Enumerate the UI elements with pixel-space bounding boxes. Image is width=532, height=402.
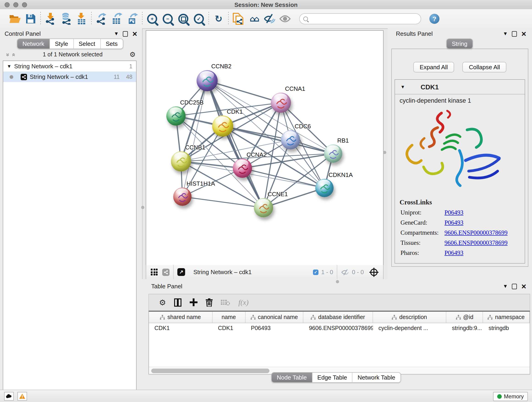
left-splitter-handle[interactable] <box>141 206 144 209</box>
tab-node-table[interactable]: Node Table <box>272 373 312 382</box>
open-session-button[interactable] <box>7 11 23 27</box>
import-network-database-button[interactable] <box>58 11 74 27</box>
network-share-icon[interactable] <box>162 268 170 276</box>
memory-button[interactable]: Memory <box>493 392 528 401</box>
network-node-CDK1[interactable] <box>212 115 233 137</box>
tab-network[interactable]: Network <box>17 39 50 49</box>
crosslink-label: Compartments: <box>400 229 444 236</box>
collection-expand-icon[interactable]: ▼ <box>7 64 12 69</box>
float-panel-icon[interactable] <box>512 283 517 289</box>
crosslink-link[interactable]: 9606.ENSP00000378699 <box>444 229 507 236</box>
table-cell[interactable]: CDK1 <box>149 325 212 332</box>
tab-select[interactable]: Select <box>74 39 101 49</box>
export-network-button[interactable] <box>94 11 109 27</box>
selected-checkbox-icon[interactable]: ✓ <box>313 269 318 275</box>
table-row[interactable]: CDK1CDK1P064939606.ENSP00000378699cyclin… <box>149 323 530 333</box>
tab-network-table[interactable]: Network Table <box>353 373 400 382</box>
delete-column-trash-icon[interactable] <box>206 298 213 306</box>
network-node-HIST1H1A[interactable] <box>173 187 191 206</box>
collapse-panel-icon[interactable]: ▼ <box>503 31 508 36</box>
gene-expand-icon[interactable]: ▼ <box>400 84 405 89</box>
network-node-CCNA1[interactable] <box>271 93 291 113</box>
close-panel-icon[interactable]: ✕ <box>521 31 526 37</box>
network-node-CCNB1[interactable] <box>171 151 191 172</box>
zoom-fit-button[interactable] <box>176 11 191 27</box>
cloud-status-button[interactable] <box>4 392 14 401</box>
crosslink-link[interactable]: 9606.ENSP00000378699 <box>444 239 507 247</box>
table-cell[interactable]: P06493 <box>245 325 303 332</box>
tab-edge-table[interactable]: Edge Table <box>312 373 353 382</box>
collapse-all-button[interactable]: Collapse All <box>462 62 507 72</box>
table-cell[interactable]: 9606.ENSP00000378699 <box>303 325 373 332</box>
network-options-gear-icon[interactable]: ⚙ <box>129 51 136 59</box>
apply-layout-button[interactable]: ↻ <box>211 11 226 27</box>
tab-style[interactable]: Style <box>50 39 74 49</box>
tab-string[interactable]: String <box>447 39 472 49</box>
float-panel-icon[interactable] <box>123 31 128 36</box>
network-view-canvas[interactable]: CCNB2 CCNA1 CDC25B CDK1 CDC6 RB1 CCNB1 C… <box>146 30 384 266</box>
close-panel-icon[interactable]: ✕ <box>132 31 138 37</box>
close-panel-icon[interactable]: ✕ <box>521 283 526 289</box>
collapse-all-networks-icon[interactable]: « <box>11 53 18 56</box>
table-cell[interactable]: CDK1 <box>212 325 245 332</box>
network-node-CCNB2[interactable] <box>196 70 218 91</box>
table-cell[interactable]: stringdb:9... <box>447 325 483 332</box>
create-column-plus-icon[interactable] <box>190 298 198 306</box>
column-header-name[interactable]: name <box>212 312 245 323</box>
show-all-button[interactable] <box>277 11 293 27</box>
protein-squiggle-icon <box>315 179 334 197</box>
import-table-icon <box>76 13 87 25</box>
column-header-database-identifier[interactable]: database identifier <box>303 312 373 323</box>
column-header-canonical-name[interactable]: canonical name <box>245 312 303 323</box>
warnings-button[interactable] <box>17 392 27 401</box>
hide-selected-button[interactable] <box>262 11 277 27</box>
network-node-CCNE1[interactable] <box>254 198 273 217</box>
tab-sets[interactable]: Sets <box>101 39 123 49</box>
zoom-out-button[interactable]: − <box>160 11 176 27</box>
expand-all-button[interactable]: Expand All <box>413 62 454 72</box>
export-table-button[interactable] <box>109 11 125 27</box>
navigator-crosshair-icon[interactable] <box>370 268 378 276</box>
column-header-namespace[interactable]: namespace <box>483 312 530 323</box>
zoom-in-button[interactable]: + <box>144 11 160 27</box>
import-network-icon <box>45 13 56 25</box>
search-input[interactable] <box>311 15 417 22</box>
right-splitter-handle[interactable] <box>383 151 386 154</box>
birdseye-grid-icon[interactable] <box>151 269 158 275</box>
show-columns-icon[interactable] <box>174 298 182 306</box>
column-header--id[interactable]: @id <box>447 312 483 323</box>
open-in-window-icon[interactable]: ↗ <box>177 268 185 276</box>
zoom-selected-button[interactable]: ✓ <box>191 11 207 27</box>
help-button[interactable]: ? <box>429 14 439 24</box>
network-node-CCNA2[interactable] <box>233 159 252 178</box>
export-image-button[interactable] <box>125 11 140 27</box>
protein-squiggle-icon <box>171 151 191 172</box>
network-row[interactable]: String Network – cdk1 11 48 <box>3 71 136 82</box>
crosslink-link[interactable]: P06493 <box>444 219 463 226</box>
network-collection-row[interactable]: ▼ String Network – cdk1 1 <box>3 61 136 71</box>
crosslink-link[interactable]: P06493 <box>444 249 463 257</box>
column-header-shared-name[interactable]: shared name <box>149 312 212 323</box>
network-node-CDC6[interactable] <box>281 130 300 149</box>
network-node-RB1[interactable] <box>324 144 342 163</box>
scrollbar-thumb[interactable] <box>151 368 269 373</box>
network-node-CDKN1A[interactable] <box>315 179 334 197</box>
duplicate-network-button[interactable] <box>230 11 246 27</box>
toolbar-separator <box>40 12 41 26</box>
collapse-panel-icon[interactable]: ▼ <box>503 284 508 289</box>
first-neighbors-button[interactable]: ⌂⌂ <box>246 11 262 27</box>
float-panel-icon[interactable] <box>512 31 517 36</box>
node-label-HIST1H1A: HIST1H1A <box>186 180 215 187</box>
table-cell[interactable]: cyclin-dependent ... <box>373 325 447 332</box>
import-network-file-button[interactable] <box>43 11 58 27</box>
table-options-gear-icon[interactable]: ⚙ <box>159 298 166 307</box>
import-table-file-button[interactable] <box>74 11 89 27</box>
collapse-panel-icon[interactable]: ▼ <box>114 31 119 36</box>
save-session-button[interactable] <box>23 11 38 27</box>
status-bar: Memory <box>0 390 532 402</box>
crosslink-link[interactable]: P06493 <box>444 209 463 216</box>
table-cell[interactable]: stringdb <box>483 325 530 332</box>
network-node-CDC25B[interactable] <box>166 106 186 126</box>
horizontal-splitter-handle[interactable] <box>336 280 339 283</box>
column-header-description[interactable]: description <box>373 312 447 323</box>
